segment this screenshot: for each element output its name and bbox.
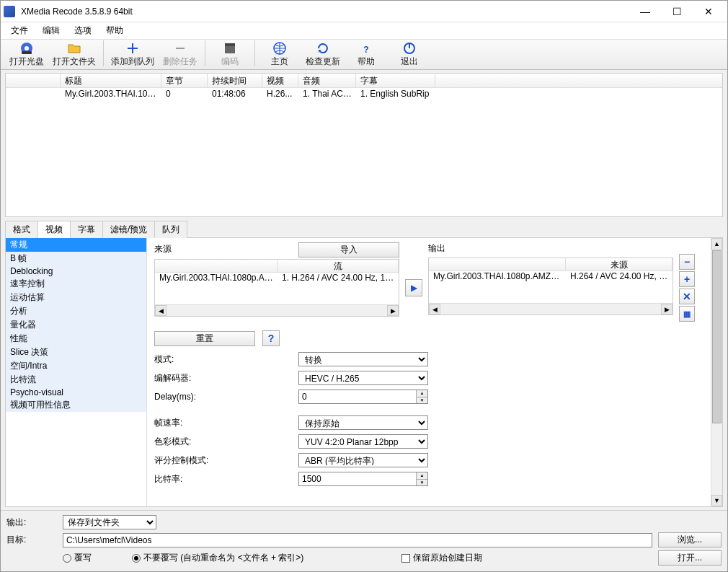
codec-select[interactable]: HEVC / H.265 — [298, 371, 428, 385]
option-performance[interactable]: 性能 — [6, 332, 146, 346]
spin-up[interactable]: ▲ — [417, 390, 427, 397]
clear-stream-button[interactable]: ✕ — [679, 289, 695, 304]
rate-select[interactable]: ABR (平均比特率) — [298, 453, 428, 467]
bitrate-input[interactable]: ▲▼ — [298, 472, 428, 486]
add-stream-button[interactable]: + — [679, 271, 695, 287]
keep-date-checkbox[interactable]: 保留原始创建日期 — [401, 552, 482, 564]
help-icon-button[interactable]: ? — [262, 330, 280, 346]
delete-task-button[interactable]: 删除任务 — [159, 39, 202, 68]
home-button[interactable]: 主页 — [258, 39, 301, 68]
target-path-input[interactable] — [63, 533, 652, 547]
help-button[interactable]: ? 帮助 — [345, 39, 388, 68]
video-options-list: 常规 B 帧 Deblocking 速率控制 运动估算 分析 量化器 性能 Sl… — [6, 238, 147, 506]
scroll-down[interactable]: ▼ — [711, 495, 722, 506]
add-queue-button[interactable]: 添加到队列 — [107, 39, 159, 68]
scroll-right[interactable]: ▶ — [387, 305, 399, 316]
mode-label: 模式: — [154, 353, 298, 366]
remove-stream-button[interactable]: − — [679, 254, 695, 270]
question-icon: ? — [359, 40, 373, 56]
overwrite-radio[interactable]: 覆写 — [63, 552, 92, 564]
separator — [103, 40, 104, 66]
file-row[interactable]: My.Girl.2003.THAI.108... 0 01:48:06 H.26… — [6, 88, 722, 101]
scroll-thumb[interactable] — [712, 250, 722, 423]
option-bframes[interactable]: B 帧 — [6, 252, 146, 265]
exit-button[interactable]: 退出 — [388, 39, 431, 68]
encode-button[interactable]: 编码 — [208, 39, 252, 68]
minimize-button[interactable]: — — [629, 1, 661, 22]
folder-icon — [67, 40, 81, 56]
option-vui[interactable]: 视频可用性信息 — [6, 398, 146, 412]
delay-input[interactable]: ▲▼ — [298, 390, 428, 404]
panel-scrollbar[interactable]: ▲ ▼ — [711, 238, 722, 506]
menu-file[interactable]: 文件 — [5, 23, 34, 38]
import-button[interactable]: 导入 — [298, 242, 399, 258]
bitrate-label: 比特率: — [154, 473, 298, 485]
option-intra[interactable]: 空间/Intra — [6, 359, 146, 373]
menu-edit[interactable]: 编辑 — [37, 23, 66, 38]
svg-text:?: ? — [363, 45, 368, 55]
svg-rect-3 — [176, 48, 185, 49]
tab-queue[interactable]: 队列 — [154, 221, 187, 238]
tab-subtitle[interactable]: 字幕 — [70, 221, 103, 238]
svg-rect-5 — [225, 43, 235, 46]
check-update-button[interactable]: 检查更新 — [301, 39, 345, 68]
minus-icon — [173, 40, 187, 56]
scroll-up[interactable]: ▲ — [711, 238, 722, 250]
close-button[interactable]: ✕ — [693, 1, 724, 22]
col-title[interactable]: 标题 — [61, 74, 161, 87]
scroll-right[interactable]: ▶ — [661, 304, 672, 314]
output-dest-label: 输出: — [6, 516, 57, 529]
spin-up[interactable]: ▲ — [417, 472, 427, 480]
source-stream-table[interactable]: 流 My.Girl.2003.THAI.1080p.AMZN... 1. H.2… — [154, 259, 399, 317]
file-list[interactable]: 标题 章节 持续时间 视频 音频 字幕 My.Girl.2003.THAI.10… — [5, 73, 723, 217]
option-slice[interactable]: Slice 决策 — [6, 346, 146, 359]
reset-button[interactable]: 重置 — [154, 331, 255, 346]
option-ratecontrol[interactable]: 速率控制 — [6, 277, 146, 291]
output-dest-select[interactable]: 保存到文件夹 — [63, 515, 156, 529]
grid-stream-button[interactable]: ▦ — [679, 306, 695, 322]
source-label: 来源 — [154, 243, 172, 255]
maximize-button[interactable]: ☐ — [661, 1, 693, 22]
no-overwrite-radio[interactable]: 不要覆写 (自动重命名为 <文件名 + 索引>) — [132, 552, 303, 564]
mode-select[interactable]: 转换 — [298, 352, 428, 366]
target-label: 目标: — [6, 534, 57, 546]
col-duration[interactable]: 持续时间 — [208, 74, 262, 87]
option-bitstream[interactable]: 比特流 — [6, 373, 146, 387]
menu-help[interactable]: 帮助 — [100, 23, 129, 38]
option-quantizer[interactable]: 量化器 — [6, 318, 146, 332]
open-button[interactable]: 打开... — [658, 550, 722, 566]
option-deblocking[interactable]: Deblocking — [6, 265, 146, 277]
spin-down[interactable]: ▼ — [417, 480, 427, 486]
col-audio[interactable]: 音频 — [298, 74, 356, 87]
tab-filters[interactable]: 滤镜/预览 — [102, 221, 155, 238]
scroll-left[interactable]: ◀ — [155, 305, 167, 316]
scroll-left[interactable]: ◀ — [429, 304, 440, 314]
option-motion[interactable]: 运动估算 — [6, 291, 146, 304]
menu-options[interactable]: 选项 — [68, 23, 97, 38]
fps-select[interactable]: 保持原始 — [298, 415, 428, 430]
output-stream-table[interactable]: 来源 My.Girl.2003.THAI.1080p.AMZN.WE... H.… — [428, 258, 673, 315]
tab-video[interactable]: 视频 — [37, 221, 71, 238]
option-analysis[interactable]: 分析 — [6, 304, 146, 318]
col-subtitle[interactable]: 字幕 — [356, 74, 435, 87]
output-label: 输出 — [428, 242, 673, 255]
browse-button[interactable]: 浏览... — [658, 532, 722, 547]
svg-rect-4 — [225, 46, 235, 53]
codec-label: 编解码器: — [154, 372, 298, 384]
refresh-icon — [316, 40, 330, 56]
open-disc-button[interactable]: 打开光盘 — [5, 39, 48, 68]
color-select[interactable]: YUV 4:2:0 Planar 12bpp — [298, 434, 428, 449]
option-psycho[interactable]: Psycho-visual — [6, 387, 146, 398]
svg-rect-2 — [22, 51, 32, 54]
app-icon — [4, 6, 15, 17]
col-chapter[interactable]: 章节 — [161, 74, 208, 87]
power-icon — [402, 40, 417, 56]
spin-down[interactable]: ▼ — [417, 397, 427, 404]
option-general[interactable]: 常规 — [6, 238, 146, 252]
col-video[interactable]: 视频 — [262, 74, 298, 87]
rate-label: 评分控制模式: — [154, 454, 298, 467]
play-button[interactable]: ▶ — [405, 279, 422, 296]
window-title: XMedia Recode 3.5.8.9 64bit — [21, 6, 629, 17]
tab-format[interactable]: 格式 — [5, 221, 38, 238]
open-folder-button[interactable]: 打开文件夹 — [48, 39, 100, 68]
